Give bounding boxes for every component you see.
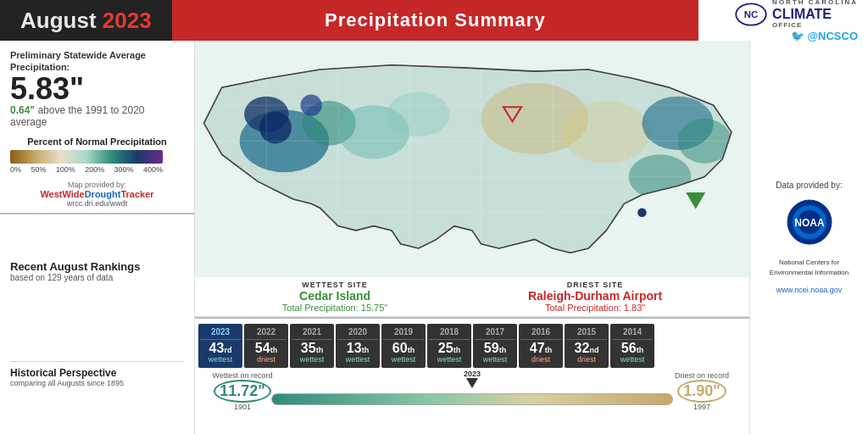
avg-precip-label: Preliminary Statewide Average Precipitat…: [10, 49, 184, 74]
main-content: Preliminary Statewide Average Precipitat…: [0, 41, 868, 434]
avg-marker: 2023: [464, 370, 481, 388]
legend-labels: 0% 50% 100% 200% 300% 400%: [10, 165, 163, 174]
wettest-site-name: Cedar Island: [282, 289, 387, 303]
wettest-record-label: Wettest on record 11.72" 1901: [209, 371, 276, 411]
logo-area: NC NORTH CAROLINA CLIMATE OFFICE 🐦 @NCSC…: [698, 0, 868, 41]
header-title: August 2023: [0, 8, 172, 34]
legend-bar: [10, 150, 163, 164]
noaa-url[interactable]: www.ncei.noaa.gov: [776, 286, 843, 294]
wettest-value: 11.72": [214, 380, 271, 403]
rank-cell: 2020 13th wettest: [336, 324, 380, 368]
left-panel: Preliminary Statewide Average Precipitat…: [0, 41, 195, 434]
svg-text:NC: NC: [744, 8, 758, 19]
map-area: [195, 41, 749, 277]
driest-site-type: DRIEST SITE: [528, 281, 662, 289]
legend: Percent of Normal Precipitation 0% 50% 1…: [10, 136, 184, 174]
svg-point-26: [637, 209, 647, 218]
nc-map-svg: [195, 41, 749, 277]
driest-value: 1.90": [677, 380, 726, 403]
header: August 2023 Precipitation Summary NC NOR…: [0, 0, 868, 41]
historical-title: Historical Perspective: [10, 367, 184, 379]
ncei-org-text: National Centers for Environmental Infor…: [757, 258, 861, 276]
month-label: August: [20, 8, 97, 33]
rank-cell: 2021 35th wettest: [290, 324, 334, 368]
wettest-site-precip: Total Precipitation: 15.75": [282, 303, 387, 313]
historical-bar-area: Wettest on record 11.72" 1901 2023 Dries…: [195, 370, 749, 429]
svg-text:NOAA: NOAA: [794, 217, 825, 229]
rankings-subtitle: based on 129 years of data: [10, 273, 184, 282]
avg-precip-value: 5.83": [10, 74, 184, 104]
nc-logo-icon: NC: [735, 2, 767, 27]
driest-record-label: Driest on record 1.90" 1997: [668, 371, 736, 411]
stats-panel: Preliminary Statewide Average Precipitat…: [0, 41, 195, 213]
rank-cell: 2015 32nd driest: [565, 324, 609, 368]
data-credit-label: Data provided by:: [776, 181, 842, 190]
triangle-down-icon: [466, 378, 478, 388]
driest-site-precip: Total Precipitation: 1.83": [528, 303, 662, 313]
above-normal-text: 0.64" above the 1991 to 2020 average: [10, 104, 184, 128]
above-value: 0.64": [10, 104, 35, 116]
bottom-left-labels: Recent August Rankings based on 129 year…: [0, 213, 195, 434]
historical-subtitle: comparing all Augusts since 1895: [10, 379, 184, 387]
noaa-logo: NOAA: [786, 198, 833, 249]
rank-cell: 2014 56th wettest: [610, 324, 654, 368]
rank-cell: 2023 43rd wettest: [198, 324, 242, 368]
svg-point-6: [387, 92, 450, 136]
driest-site-box: DRIEST SITE Raleigh-Durham Airport Total…: [528, 281, 662, 313]
site-labels-bar: WETTEST SITE Cedar Island Total Precipit…: [195, 277, 749, 317]
right-panel: Data provided by: NOAA National Centers …: [749, 41, 868, 434]
legend-title: Percent of Normal Precipitation: [10, 136, 184, 147]
svg-point-8: [561, 101, 650, 164]
driest-site-name: Raleigh-Durham Airport: [528, 289, 662, 303]
wettest-site-box: WETTEST SITE Cedar Island Total Precipit…: [282, 281, 387, 313]
map-credit: Map provided by: WestWideDroughtTracker …: [10, 181, 184, 208]
rank-cell: 2016 47th driest: [519, 324, 563, 368]
bottom-center: 2023 43rd wettest 2022 54th driest 2021 …: [195, 317, 749, 434]
hist-bar-track: [271, 393, 673, 405]
rank-cell: 2018 25th wettest: [427, 324, 471, 368]
svg-point-12: [259, 112, 292, 144]
westwide-link[interactable]: WestWideDroughtTracker: [10, 189, 184, 199]
header-subtitle: Precipitation Summary: [172, 0, 698, 41]
historical-label-box: Historical Perspective comparing all Aug…: [10, 361, 184, 387]
rankings-title: Recent August Rankings: [10, 260, 184, 273]
nc-climate-logo: NC NORTH CAROLINA CLIMATE OFFICE: [735, 0, 858, 30]
rank-cell: 2019 60th wettest: [381, 324, 426, 368]
wettest-site-type: WETTEST SITE: [282, 281, 387, 289]
rank-cell: 2022 54th driest: [244, 324, 288, 368]
rankings-row: 2023 43rd wettest 2022 54th driest 2021 …: [195, 319, 749, 370]
center-panel: WETTEST SITE Cedar Island Total Precipit…: [195, 41, 749, 434]
svg-marker-25: [687, 193, 704, 209]
rank-cell: 2017 59th wettest: [473, 324, 517, 368]
rankings-label-box: Recent August Rankings based on 129 year…: [10, 260, 184, 282]
year-label: 2023: [103, 8, 152, 33]
